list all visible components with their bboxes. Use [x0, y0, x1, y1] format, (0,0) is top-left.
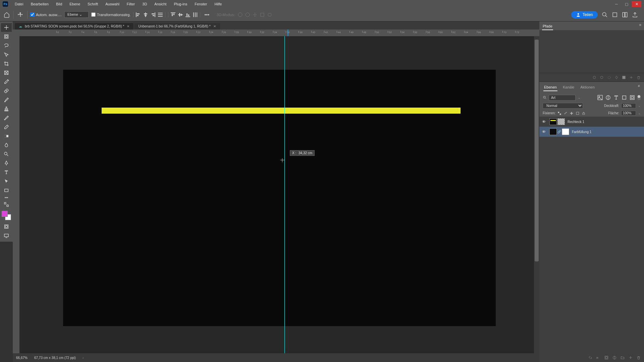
opacity-input[interactable]	[621, 103, 636, 108]
filter-adjust-icon[interactable]	[605, 95, 611, 101]
more-options-icon[interactable]: •••	[203, 12, 211, 17]
menu-hilfe[interactable]: Hilfe	[211, 1, 225, 7]
pen-tool[interactable]	[1, 159, 12, 168]
tab-ebenen[interactable]: Ebenen	[543, 84, 557, 91]
delete-path-icon[interactable]	[637, 75, 641, 79]
stroke-path-icon[interactable]	[600, 75, 604, 79]
close-tab-icon[interactable]: ✕	[213, 24, 216, 28]
menu-schrift[interactable]: Schrift	[84, 1, 101, 7]
layer-row-rechteck[interactable]: 👁 Rechteck 1	[539, 117, 644, 127]
heal-tool[interactable]	[1, 86, 12, 95]
close-tab-icon[interactable]: ✕	[127, 24, 129, 28]
lasso-tool[interactable]	[1, 41, 12, 50]
auto-select-target-dropdown[interactable]: Ebene ⌄	[64, 11, 89, 18]
link-layers-icon[interactable]	[588, 356, 592, 360]
mask-thumb[interactable]	[562, 128, 569, 135]
filter-type-icon[interactable]	[613, 95, 619, 101]
panel-menu-icon[interactable]: ≡	[639, 23, 641, 30]
type-tool[interactable]	[1, 168, 12, 177]
artboard-tool[interactable]	[1, 32, 12, 41]
layer-row-fill[interactable]: 👁 🔗 Farbfüllung 1	[539, 127, 644, 137]
lock-transparency-icon[interactable]	[557, 111, 561, 115]
doc-info[interactable]: 67,73 cm x 38,1 cm (72 ppi)	[34, 356, 76, 360]
frame-tool[interactable]	[1, 68, 12, 77]
quick-mask-tool[interactable]	[1, 222, 12, 231]
fill-path-icon[interactable]	[592, 75, 596, 79]
menu-auswahl[interactable]: Auswahl	[102, 1, 123, 7]
menu-filter[interactable]: Filter	[123, 1, 138, 7]
path-from-selection-icon[interactable]	[614, 75, 619, 79]
path-select-tool[interactable]	[1, 177, 12, 186]
yellow-rectangle-shape[interactable]	[102, 108, 461, 114]
eyedropper-tool[interactable]	[1, 77, 12, 86]
edit-toolbar-icon[interactable]	[1, 200, 12, 209]
fg-color-swatch[interactable]	[2, 211, 8, 217]
blend-mode-dropdown[interactable]: Normal	[543, 103, 583, 109]
group-icon[interactable]	[621, 356, 625, 360]
doc-tab-2[interactable]: Unbenannt-1 bei 66,7% (Farbfüllung 1, RG…	[134, 23, 220, 29]
tab-kanaele[interactable]: Kanäle	[562, 84, 575, 91]
visibility-icon[interactable]: 👁	[542, 130, 547, 134]
tab-aktionen[interactable]: Aktionen	[580, 84, 595, 91]
transform-controls-checkbox[interactable]: Transformationsstrg.	[91, 12, 130, 17]
distribute-icon[interactable]	[158, 12, 163, 17]
stamp-tool[interactable]	[1, 105, 12, 113]
share-export-icon[interactable]	[632, 12, 638, 18]
layer-filter-dropdown[interactable]	[549, 95, 576, 101]
visibility-icon[interactable]: 👁	[542, 120, 547, 124]
screen-mode-tool[interactable]	[1, 231, 12, 240]
lock-pixels-icon[interactable]	[564, 111, 568, 115]
align-right-icon[interactable]	[150, 12, 156, 17]
viewport[interactable]: X : 34,32 cm	[19, 36, 534, 353]
home-button[interactable]	[3, 11, 11, 19]
menu-datei[interactable]: Datei	[11, 1, 27, 7]
tab-pfade[interactable]: Pfade	[542, 23, 553, 30]
lock-position-icon[interactable]	[570, 111, 574, 115]
mask-icon[interactable]	[604, 356, 608, 360]
doc-tab-1[interactable]: ☁ brb STARTING SOON screen.psdc bei 50,5…	[15, 23, 133, 29]
crop-tool[interactable]	[1, 59, 12, 68]
mask-thumb[interactable]	[557, 118, 565, 125]
ruler-vertical[interactable]	[13, 36, 19, 353]
vertical-scrollbar[interactable]	[534, 36, 539, 353]
status-caret-icon[interactable]: ›	[83, 356, 84, 360]
panel-menu-icon[interactable]: ≡	[638, 84, 640, 91]
view-extras-icon[interactable]	[612, 12, 618, 18]
fill-input[interactable]	[621, 111, 636, 116]
align-bottom-icon[interactable]	[185, 12, 191, 17]
window-maximize-button[interactable]: ▢	[622, 1, 631, 7]
new-path-icon[interactable]	[629, 75, 633, 79]
quick-select-tool[interactable]	[1, 50, 12, 59]
layer-thumb[interactable]	[549, 128, 557, 135]
search-icon[interactable]	[602, 12, 608, 18]
zoom-level[interactable]: 66,67%	[16, 356, 28, 360]
share-button[interactable]: Teilen	[571, 11, 598, 18]
menu-bearbeiten[interactable]: Bearbeiten	[28, 1, 52, 7]
align-left-icon[interactable]	[136, 12, 141, 17]
menu-fenster[interactable]: Fenster	[191, 1, 210, 7]
filter-smart-icon[interactable]	[629, 95, 635, 101]
menu-ebene[interactable]: Ebene	[66, 1, 84, 7]
ruler-horizontal[interactable]: 0246810121416182022242628303234363840424…	[19, 29, 539, 36]
adjustment-icon[interactable]	[612, 356, 616, 360]
history-brush-tool[interactable]	[1, 114, 12, 122]
align-vcenter-icon[interactable]	[178, 12, 183, 17]
layer-name[interactable]: Rechteck 1	[568, 120, 584, 124]
filter-image-icon[interactable]	[597, 95, 603, 101]
align-hcenter-icon[interactable]	[143, 12, 148, 17]
window-minimize-button[interactable]: ─	[612, 1, 621, 7]
lock-artboard-icon[interactable]	[576, 111, 580, 115]
workspace-icon[interactable]	[622, 12, 628, 18]
auto-select-checkbox[interactable]: Autom. ausw.…	[30, 12, 62, 17]
vdistribute-icon[interactable]	[193, 12, 198, 17]
blur-tool[interactable]	[1, 141, 12, 149]
scrollbar-thumb[interactable]	[535, 40, 539, 261]
fx-icon[interactable]: fx	[596, 356, 600, 360]
filter-shape-icon[interactable]	[621, 95, 627, 101]
filter-toggle-icon[interactable]	[637, 95, 641, 100]
move-tool[interactable]	[1, 23, 12, 32]
dodge-tool[interactable]	[1, 150, 12, 159]
align-top-icon[interactable]	[170, 12, 176, 17]
delete-layer-icon[interactable]	[637, 356, 641, 360]
add-mask-icon[interactable]	[622, 75, 626, 79]
